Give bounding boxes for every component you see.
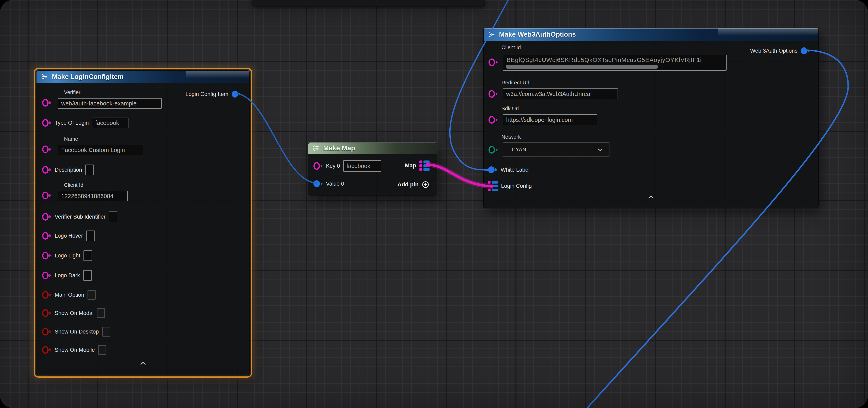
input-pin-network[interactable] — [489, 146, 498, 154]
show-on-desktop-checkbox[interactable] — [102, 327, 110, 337]
verifier-value: web3auth-facebook-example — [61, 100, 136, 107]
node-make-loginconfigitem[interactable]: Make LoginConfigItem Login Config Item V… — [36, 70, 250, 375]
pin-label: Type Of Login — [55, 120, 89, 126]
row-description: Description — [42, 165, 94, 175]
input-pin-verifier[interactable] — [42, 99, 52, 107]
add-pin-button[interactable]: Add pin — [398, 179, 429, 190]
row-verifier-sub-identifier: Verifier Sub Identifier — [42, 211, 117, 222]
node-make-map[interactable]: Make Map Key 0 facebook Map Value 0 Add … — [308, 142, 437, 196]
pin-label: Logo Light — [55, 252, 80, 259]
pin-label: White Label — [501, 167, 530, 173]
row-logo-dark: Logo Dark — [42, 270, 92, 281]
network-dropdown[interactable]: CYAN — [503, 142, 610, 157]
logo-dark-input[interactable] — [83, 270, 92, 281]
pin-label: Main Option — [55, 292, 84, 298]
offscreen-node-bottom-edge — [252, 0, 485, 6]
input-pin-client-id[interactable] — [489, 59, 498, 66]
input-pin-logo-dark[interactable] — [42, 272, 52, 279]
row-show-on-modal: Show On Modal — [42, 308, 105, 318]
show-on-modal-checkbox[interactable] — [97, 308, 105, 318]
make-map-icon — [313, 145, 319, 151]
row-show-on-desktop: Show On Desktop — [42, 327, 110, 337]
type-of-login-input[interactable]: facebook — [92, 117, 128, 128]
client-id-value: 1222658941886084 — [61, 193, 114, 200]
logo-light-input[interactable] — [84, 250, 92, 261]
pin-label: Value 0 — [326, 181, 344, 187]
field-label-sdk-url: Sdk Url — [501, 105, 519, 112]
main-option-checkbox[interactable] — [88, 290, 96, 300]
input-pin-client-id[interactable] — [42, 192, 52, 199]
input-pin-sdk-url[interactable] — [489, 116, 498, 124]
logo-hover-input[interactable] — [86, 231, 95, 241]
name-input[interactable]: Facebook Custom Login — [58, 145, 143, 155]
collapse-node-button[interactable] — [140, 362, 146, 366]
blueprint-graph-canvas[interactable]: Make LoginConfigItem Login Config Item V… — [0, 0, 868, 408]
network-selected-value: CYAN — [512, 147, 526, 152]
input-pin-show-on-mobile[interactable] — [42, 346, 52, 354]
pin-label: Show On Modal — [55, 310, 94, 316]
node-title: Make Web3AuthOptions — [499, 31, 576, 38]
pin-label: Verifier Sub Identifier — [55, 214, 105, 220]
row-white-label: White Label — [488, 165, 530, 175]
name-value: Facebook Custom Login — [61, 147, 125, 154]
row-main-option: Main Option — [42, 290, 96, 300]
chevron-down-icon — [597, 148, 603, 151]
verifier-input[interactable]: web3auth-facebook-example — [58, 98, 162, 109]
input-pin-show-on-modal[interactable] — [42, 309, 52, 317]
node-header-make-loginconfigitem[interactable]: Make LoginConfigItem — [36, 71, 249, 83]
input-pin-show-on-desktop[interactable] — [42, 328, 52, 336]
output-row-web3auth-options: Web 3Auth Options — [750, 45, 810, 56]
output-pin-label: Web 3Auth Options — [750, 48, 798, 54]
field-label-redirect-url: Redirect Url — [501, 79, 529, 86]
redirect-url-value: w3a://com.w3a.Web3AuthUnreal — [506, 91, 592, 97]
pin-label: Login Config — [501, 183, 532, 189]
plus-circle-icon — [422, 181, 429, 188]
field-label-verifier: Verifier — [64, 89, 81, 96]
type-of-login-value: facebook — [95, 120, 119, 126]
description-input[interactable] — [85, 165, 94, 175]
node-title: Make Map — [323, 144, 355, 152]
key-0-input[interactable]: facebook — [343, 160, 381, 172]
input-pin-logo-hover[interactable] — [42, 232, 52, 240]
input-pin-type-of-login[interactable] — [42, 119, 52, 127]
output-pin-label: Login Config Item — [185, 91, 228, 97]
field-label-network: Network — [501, 134, 521, 140]
input-pin-value-0[interactable] — [313, 180, 323, 187]
node-header-make-map[interactable]: Make Map — [308, 142, 437, 154]
pin-label: Show On Mobile — [55, 347, 95, 353]
input-pin-description[interactable] — [42, 166, 52, 174]
row-show-on-mobile: Show On Mobile — [42, 345, 106, 355]
verifier-sub-identifier-input[interactable] — [109, 211, 117, 222]
row-login-config: Login Config — [488, 181, 532, 191]
row-key-0: Key 0 facebook — [313, 161, 381, 171]
pin-label: Show On Desktop — [55, 329, 99, 335]
pin-label: Logo Hover — [55, 233, 83, 239]
make-struct-icon — [41, 73, 48, 80]
node-header-make-web3authoptions[interactable]: Make Web3AuthOptions — [484, 28, 818, 41]
input-pin-main-option[interactable] — [42, 291, 52, 299]
redirect-url-input[interactable]: w3a://com.w3a.Web3AuthUnreal — [503, 89, 618, 99]
node-make-web3authoptions[interactable]: Make Web3AuthOptions Web 3Auth Options C… — [483, 28, 818, 208]
field-label-client-id: Client Id — [64, 182, 83, 188]
input-pin-logo-light[interactable] — [42, 252, 52, 260]
collapse-node-button[interactable] — [648, 195, 654, 200]
client-id-input[interactable]: BEglQSgt4cUWcj6SKRdu5QkOXTsePmMcusG5EAoy… — [503, 55, 726, 71]
client-id-input[interactable]: 1222658941886084 — [58, 191, 128, 201]
node-title: Make LoginConfigItem — [52, 73, 124, 80]
input-pin-name[interactable] — [42, 145, 52, 153]
add-pin-label: Add pin — [398, 181, 418, 188]
sdk-url-input[interactable]: https://sdk.openlogin.com — [503, 114, 597, 125]
field-label-client-id: Client Id — [501, 44, 521, 50]
row-logo-hover: Logo Hover — [42, 231, 95, 241]
input-pin-redirect-url[interactable] — [489, 90, 498, 98]
show-on-mobile-checkbox[interactable] — [98, 345, 106, 355]
output-row-login-config-item: Login Config Item — [185, 89, 241, 99]
input-pin-verifier-sub-identifier[interactable] — [42, 213, 52, 220]
client-id-scrollbar[interactable] — [506, 65, 658, 69]
input-pin-key-0[interactable] — [313, 162, 323, 170]
chevron-up-icon — [140, 362, 146, 365]
row-type-of-login: Type Of Login facebook — [42, 117, 128, 128]
field-label-name: Name — [64, 136, 78, 142]
pin-label: Description — [55, 167, 82, 173]
client-id-value: BEglQSgt4cUWcj6SKRdu5QkOXTsePmMcusG5EAoy… — [506, 57, 724, 63]
